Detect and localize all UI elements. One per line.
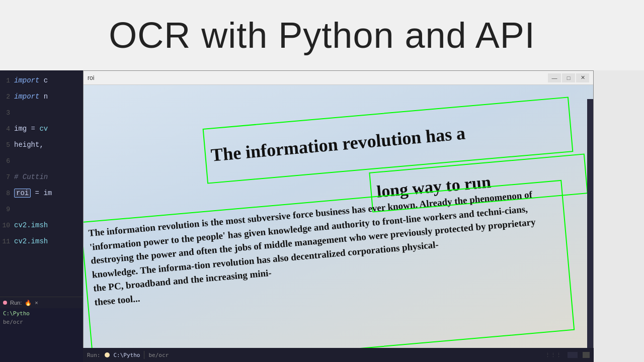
code-line-9: 9: [0, 201, 91, 217]
terminal-line-2: be/ocr: [3, 319, 88, 325]
minimize-button[interactable]: —: [548, 73, 561, 82]
taskbar-run: Run:: [87, 352, 101, 358]
main-content: 1 import c 2 import n 3 4 img = cv 5 hei…: [0, 70, 644, 362]
terminal-dot: [3, 301, 7, 305]
page-title: OCR with Python and API: [109, 15, 535, 56]
code-line-4: 4 img = cv: [0, 121, 91, 137]
terminal-close-label: ×: [35, 300, 38, 306]
window-taskbar: Run: C:\Pytho be/ocr ⋮⋮⋮: [83, 348, 594, 362]
window-controls: — □ ✕: [548, 73, 589, 82]
terminal-fire: 🔥: [25, 300, 32, 306]
code-line-6: 6: [0, 153, 91, 169]
code-lines: 1 import c 2 import n 3 4 img = cv 5 hei…: [0, 70, 91, 249]
taskbar-path: C:\Pytho: [114, 352, 140, 358]
close-button[interactable]: ✕: [576, 73, 589, 82]
code-line-8: 8 roi = im: [0, 185, 91, 201]
header-section: OCR with Python and API: [0, 0, 644, 70]
taskbar-mini-icon: [568, 352, 578, 358]
code-line-3: 3: [0, 105, 91, 121]
terminal-line-1: C:\Pytho: [3, 310, 88, 317]
terminal-panel: Run: 🔥 × C:\Pytho be/ocr: [0, 297, 91, 362]
taskbar-fire-icon: [105, 352, 110, 357]
code-editor: 1 import c 2 import n 3 4 img = cv 5 hei…: [0, 70, 91, 362]
code-line-10: 10 cv2.imsh: [0, 217, 91, 233]
code-line-2: 2 import n: [0, 88, 91, 105]
code-line-7: 7 # Cuttin: [0, 169, 91, 185]
image-content: The information revolution has a long wa…: [84, 85, 593, 356]
window-title: roi: [88, 74, 548, 81]
terminal-header: Run: 🔥 ×: [0, 297, 91, 308]
terminal-run-label: Run:: [10, 300, 22, 306]
code-line-1: 1 import c: [0, 72, 91, 88]
taskbar-separator: [144, 351, 144, 359]
maximize-button[interactable]: □: [562, 73, 575, 82]
window-titlebar[interactable]: roi — □ ✕: [84, 71, 593, 85]
code-line-11: 11 cv2.imsh: [0, 233, 91, 249]
taskbar-ellipsis: ⋮⋮⋮: [545, 352, 561, 358]
taskbar-close-icon: [583, 352, 590, 358]
image-window: roi — □ ✕ The information revolution has…: [83, 70, 594, 357]
taskbar-suffix: be/ocr: [148, 352, 169, 358]
terminal-body: C:\Pytho be/ocr: [0, 308, 91, 327]
code-line-5: 5 height,: [0, 137, 91, 153]
scrollbar[interactable]: [587, 99, 593, 356]
